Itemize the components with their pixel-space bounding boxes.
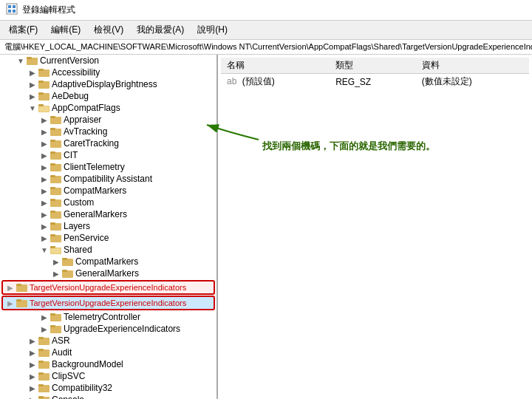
tree-item-generalmarkers[interactable]: ▶ GeneralMarkers [0, 208, 216, 220]
tree-item-currentversion[interactable]: ▼ CurrentVersion [0, 55, 216, 66]
folder-icon [38, 383, 50, 393]
tree-label-target1: TargetVersionUpgradeExperienceIndicators [30, 283, 186, 292]
col-name: 名稱 [221, 58, 330, 74]
tree-item-compatmarkers[interactable]: ▶ CompatMarkers [0, 185, 216, 197]
tree-item-backgroundmodel[interactable]: ▶ BackgroundModel [0, 358, 216, 370]
menu-view[interactable]: 檢視(V) [88, 22, 129, 38]
tree-label: TelemetryController [64, 312, 140, 322]
tree-label: Layers [64, 221, 90, 231]
registry-tree[interactable]: ▼ CurrentVersion ▶ Accessibility ▶ Adapt… [0, 55, 218, 399]
svg-rect-40 [50, 246, 55, 248]
svg-rect-15 [38, 104, 44, 106]
tree-label-shared: Shared [64, 245, 92, 255]
tree-item-custom[interactable]: ▶ Custom [0, 197, 216, 208]
folder-icon [50, 162, 62, 172]
tree-label: CompatMarkers [64, 185, 126, 196]
menu-file[interactable]: 檔案(F) [3, 22, 44, 38]
tree-label: PenService [64, 233, 109, 243]
svg-rect-57 [38, 349, 44, 351]
tree-item-telemetrycontroller[interactable]: ▶ TelemetryController [0, 311, 216, 323]
svg-rect-30 [50, 187, 55, 189]
svg-rect-53 [50, 325, 55, 327]
tree-item-shared[interactable]: ▼ Shared [0, 244, 216, 256]
svg-rect-38 [50, 234, 55, 236]
svg-rect-55 [38, 337, 44, 339]
svg-rect-28 [50, 175, 55, 177]
tree-item-asr[interactable]: ▶ ASR [0, 335, 216, 347]
col-data: 資料 [416, 58, 529, 74]
svg-rect-24 [50, 151, 55, 154]
toggle-accessibility[interactable]: ▶ [27, 69, 38, 77]
menu-help[interactable]: 說明(H) [191, 22, 233, 38]
registry-values-pane: 名稱 類型 資料 ab (預設值) REG_SZ (數值未設定) [218, 55, 532, 399]
tree-label: GeneralMarkers [75, 268, 139, 279]
tree-item-penservice[interactable]: ▶ PenService [0, 232, 216, 244]
annotation-area: 找到兩個機碼，下面的就是我們需要的。 [262, 140, 435, 153]
svg-rect-26 [50, 163, 55, 166]
tree-item-adaptivebrightness[interactable]: ▶ AdaptiveDisplayBrightness [0, 78, 216, 90]
menu-favorites[interactable]: 我的最愛(A) [131, 22, 190, 38]
folder-icon [38, 335, 50, 346]
svg-rect-36 [50, 222, 55, 225]
tree-label: BackgroundModel [52, 359, 123, 369]
svg-rect-13 [38, 92, 44, 95]
svg-rect-59 [38, 361, 44, 363]
folder-icon [50, 150, 62, 160]
tree-item-console[interactable]: ▶ Console [0, 394, 216, 399]
folder-icon [16, 298, 28, 308]
folder-icon [50, 185, 62, 196]
tree-item-targetversion1[interactable]: ▶ TargetVersionUpgradeExperienceIndicato… [1, 280, 215, 295]
svg-rect-22 [50, 140, 55, 142]
folder-icon [38, 347, 50, 358]
registry-table: 名稱 類型 資料 ab (預設值) REG_SZ (數值未設定) [221, 58, 529, 89]
menu-edit[interactable]: 編輯(E) [45, 22, 86, 38]
tree-label: Accessibility [52, 67, 100, 78]
toggle[interactable]: ▶ [27, 81, 38, 89]
tree-label: GeneralMarkers [64, 209, 127, 219]
svg-rect-1 [8, 5, 11, 8]
tree-label: ASR [52, 335, 70, 346]
tree-item-clipsvc[interactable]: ▶ ClipSVC [0, 370, 216, 382]
folder-icon [16, 282, 28, 293]
tree-item-compatibilityassistant[interactable]: ▶ Compatibility Assistant [0, 173, 216, 185]
toggle-currentversion[interactable]: ▼ [15, 57, 27, 65]
tree-item-cit[interactable]: ▶ CIT [0, 149, 216, 161]
folder-icon [62, 268, 74, 279]
tree-label: ClientTelemetry [64, 162, 125, 172]
tree-item-targetversion2[interactable]: ▶ TargetVersionUpgradeExperienceIndicato… [1, 296, 215, 310]
tree-label: AeDebug [52, 91, 89, 101]
reg-value-data: (數值未設定) [416, 74, 529, 90]
tree-item-generalmarkers2[interactable]: ▶ GeneralMarkers [0, 267, 216, 279]
folder-icon [50, 126, 62, 137]
tree-label: Appraiser [64, 115, 101, 125]
svg-rect-63 [38, 384, 44, 386]
tree-label: Custom [64, 197, 94, 208]
folder-icon [50, 115, 62, 125]
folder-icon [38, 79, 50, 89]
svg-rect-65 [38, 396, 44, 398]
tree-item-appcompatflags[interactable]: ▼ AppCompatFlags [0, 102, 216, 114]
tree-item-clienttelemetry[interactable]: ▶ ClientTelemetry [0, 161, 216, 173]
tree-item-upgradeexp[interactable]: ▶ UpgradeExperienceIndicators [0, 323, 216, 335]
tree-item-avtracking[interactable]: ▶ AvTracking [0, 126, 216, 137]
svg-rect-2 [13, 5, 16, 8]
svg-rect-34 [50, 211, 55, 213]
tree-item-accessibility[interactable]: ▶ Accessibility [0, 66, 216, 78]
annotation-text: 找到兩個機碼，下面的就是我們需要的。 [262, 140, 435, 151]
tree-item-carettracking[interactable]: ▶ CaretTracking [0, 137, 216, 149]
svg-rect-18 [50, 116, 55, 118]
folder-icon-open [38, 103, 50, 113]
svg-rect-32 [50, 199, 55, 201]
folder-icon [38, 359, 50, 369]
svg-rect-11 [38, 81, 44, 83]
folder-icon [38, 395, 50, 399]
folder-icon [50, 221, 62, 231]
tree-item-appraiser[interactable]: ▶ Appraiser [0, 114, 216, 126]
tree-item-compatmarkers2[interactable]: ▶ CompatMarkers [0, 256, 216, 267]
tree-item-aedebug[interactable]: ▶ AeDebug [0, 90, 216, 102]
tree-item-compatibility32[interactable]: ▶ Compatibility32 [0, 382, 216, 394]
folder-icon [50, 324, 62, 334]
tree-item-layers[interactable]: ▶ Layers [0, 220, 216, 232]
tree-item-audit[interactable]: ▶ Audit [0, 347, 216, 358]
folder-icon [38, 91, 50, 101]
